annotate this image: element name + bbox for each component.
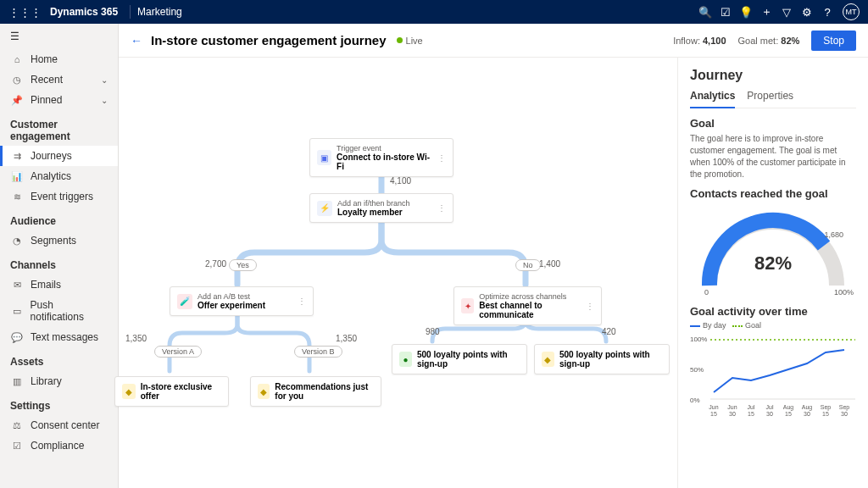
sidebar-item-library[interactable]: ▥Library: [0, 371, 118, 391]
analytics-icon: 📊: [10, 171, 24, 182]
sidebar-item-recent[interactable]: ◷Recent⌄: [0, 69, 118, 90]
assist-icon[interactable]: 💡: [736, 6, 756, 19]
sidebar-item-label: Home: [31, 53, 58, 65]
status-indicator-icon: [397, 37, 403, 43]
count-label: 1,400: [539, 259, 560, 269]
add-icon[interactable]: ＋: [756, 4, 776, 19]
node-title: Loyalty member: [337, 208, 410, 217]
sidebar-item-journeys[interactable]: ⇉Journeys: [0, 146, 118, 166]
sidebar-item-compliance[interactable]: ☑Compliance: [0, 435, 118, 456]
sidebar-section-header: Customer engagement: [0, 110, 118, 146]
sidebar-toggle-icon[interactable]: ☰: [0, 24, 118, 49]
count-label: 1,350: [125, 334, 147, 343]
sidebar-section-header: Channels: [0, 251, 118, 274]
node-ab-test[interactable]: 🧪 Add an A/B testOffer experiment ⋮: [170, 286, 314, 316]
email-icon: ✉: [10, 280, 24, 291]
sidebar-section-header: Settings: [0, 391, 118, 415]
offer-icon: ◆: [122, 384, 136, 399]
node-action[interactable]: ◆ 500 loyalty points with sign-up: [534, 344, 670, 374]
tab-properties[interactable]: Properties: [747, 90, 793, 108]
page-title: In-store customer engagement journey: [151, 33, 387, 47]
section-header: Goal: [690, 117, 856, 130]
svg-text:15: 15: [748, 411, 754, 417]
sidebar-item-pinned[interactable]: 📌Pinned⌄: [0, 90, 118, 110]
svg-text:Jul: Jul: [748, 404, 755, 410]
count-label: 4,100: [390, 176, 411, 186]
help-icon[interactable]: ?: [817, 6, 837, 19]
svg-text:15: 15: [710, 411, 717, 417]
count-label: 1,350: [336, 334, 357, 343]
sidebar-item-triggers[interactable]: ≋Event triggers: [0, 186, 118, 207]
sidebar-item-label: Push notifications: [31, 299, 108, 323]
task-icon[interactable]: ☑: [715, 6, 736, 19]
journey-canvas[interactable]: ▣ Trigger eventConnect to in-store Wi-Fi…: [119, 58, 677, 488]
goal-stat: Goal met: 82%: [738, 36, 800, 46]
goal-description: The goal here is to improve in-store cus…: [690, 133, 856, 180]
node-trigger-event[interactable]: ▣ Trigger eventConnect to in-store Wi-Fi…: [309, 138, 453, 177]
trigger-icon: ≋: [10, 191, 24, 202]
more-icon[interactable]: ⋮: [292, 297, 306, 306]
node-if-then[interactable]: ⚡ Add an if/then branchLoyalty member ⋮: [309, 193, 453, 223]
user-avatar[interactable]: MT: [843, 3, 860, 20]
count-label: 420: [602, 327, 616, 336]
settings-gear-icon[interactable]: ⚙: [797, 6, 817, 19]
consent-icon: ⚖: [10, 420, 24, 431]
sidebar-item-label: Pinned: [31, 94, 62, 106]
sidebar-item-home[interactable]: ⌂Home: [0, 49, 118, 69]
node-title: 500 loyalty points with sign-up: [559, 350, 662, 369]
area-name: Marketing: [137, 6, 182, 18]
node-optimize[interactable]: ✦ Optimize across channelsBest channel t…: [453, 286, 602, 325]
svg-text:Jun: Jun: [727, 404, 737, 410]
node-title: Connect to in-store Wi-Fi: [337, 152, 432, 171]
more-icon[interactable]: ⋮: [432, 203, 446, 213]
top-bar: ⋮⋮⋮ Dynamics 365 Marketing 🔍 ☑ 💡 ＋ ▽ ⚙ ?…: [0, 0, 868, 24]
sidebar-item-label: Consent center: [31, 419, 99, 431]
filter-icon[interactable]: ▽: [776, 6, 797, 19]
panel-title: Journey: [690, 68, 856, 83]
back-arrow-icon[interactable]: ←: [131, 34, 142, 47]
gauge-max: 100%: [834, 288, 854, 297]
gauge-min: 0: [704, 288, 709, 297]
svg-text:30: 30: [804, 411, 810, 417]
svg-text:Sep: Sep: [821, 404, 832, 411]
sms-icon: 💬: [10, 332, 24, 343]
inflow-stat: Inflow: 4,100: [673, 36, 726, 46]
node-title: Best channel to communicate: [479, 301, 581, 319]
svg-text:15: 15: [822, 411, 829, 417]
points-icon: ●: [399, 352, 412, 367]
node-title: 500 loyalty points with sign-up: [417, 350, 520, 369]
sidebar-item-label: Analytics: [31, 170, 71, 182]
search-icon[interactable]: 🔍: [695, 6, 715, 19]
more-icon[interactable]: ⋮: [581, 302, 594, 311]
stop-button[interactable]: Stop: [811, 30, 856, 51]
node-action[interactable]: ● 500 loyalty points with sign-up: [392, 344, 527, 374]
push-icon: ▭: [10, 306, 24, 317]
node-action[interactable]: ◆ In-store exclusive offer: [114, 376, 229, 407]
section-header: Contacts reached the goal: [690, 187, 856, 200]
more-icon[interactable]: ⋮: [432, 153, 446, 163]
sidebar-item-segments[interactable]: ◔Segments: [0, 230, 118, 251]
branch-pill-version-a: Version A: [154, 346, 202, 358]
sidebar-item-push[interactable]: ▭Push notifications: [0, 295, 118, 327]
branch-pill-no: No: [515, 259, 541, 271]
home-icon: ⌂: [10, 54, 24, 64]
tab-analytics[interactable]: Analytics: [690, 90, 735, 108]
sidebar: ☰ ⌂Home ◷Recent⌄ 📌Pinned⌄ Customer engag…: [0, 24, 119, 488]
svg-text:Jul: Jul: [766, 404, 774, 410]
svg-text:30: 30: [841, 411, 848, 417]
app-launcher-icon[interactable]: ⋮⋮⋮: [8, 6, 42, 19]
wifi-icon: ▣: [317, 150, 331, 165]
legend-swatch-icon: [732, 325, 743, 327]
sidebar-item-analytics[interactable]: 📊Analytics: [0, 166, 118, 186]
sidebar-item-sms[interactable]: 💬Text messages: [0, 327, 118, 347]
section-header: Goal activity over time: [690, 305, 856, 318]
connector-lines: [119, 58, 677, 488]
sidebar-item-emails[interactable]: ✉Emails: [0, 274, 118, 295]
svg-text:Sep: Sep: [839, 404, 850, 411]
sidebar-item-consent[interactable]: ⚖Consent center: [0, 415, 118, 435]
node-action[interactable]: ◆ Recommendations just for you: [250, 376, 381, 407]
branch-icon: ⚡: [317, 201, 332, 216]
sidebar-item-label: Text messages: [31, 331, 98, 343]
y-tick: 0%: [690, 396, 700, 404]
details-panel: Journey Analytics Properties Goal The go…: [677, 58, 868, 488]
